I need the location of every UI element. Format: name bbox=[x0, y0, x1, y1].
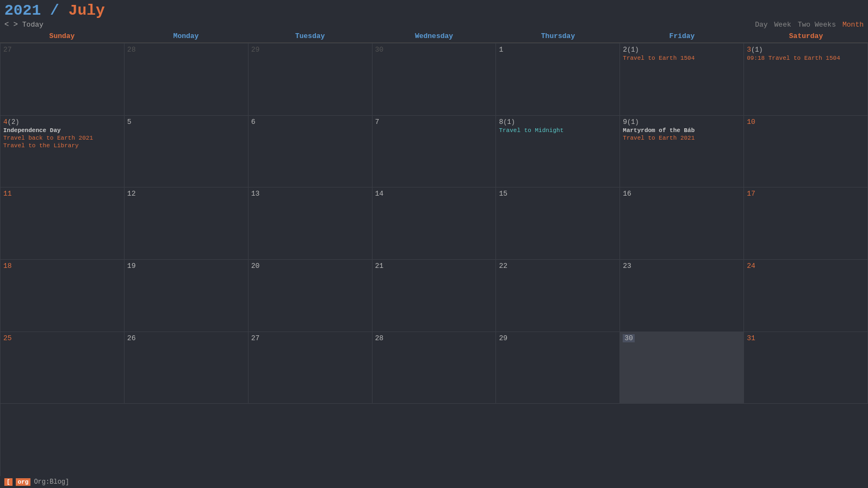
cal-cell-jun28[interactable]: 28 bbox=[125, 43, 249, 116]
day-num: 21 bbox=[375, 262, 384, 270]
view-week[interactable]: Week bbox=[774, 21, 791, 29]
footer-tag: [ bbox=[4, 478, 13, 486]
cal-cell-jul27b[interactable]: 27 bbox=[249, 332, 373, 404]
cal-cell-jul12[interactable]: 12 bbox=[125, 187, 249, 260]
cal-cell-jul15[interactable]: 15 bbox=[496, 187, 620, 260]
day-header-friday: Friday bbox=[620, 30, 744, 42]
day-num: 20 bbox=[251, 262, 260, 270]
day-num: 6 bbox=[251, 118, 256, 126]
day-num: 17 bbox=[747, 190, 755, 198]
day-num: 27 bbox=[251, 334, 260, 342]
cal-cell-jul1[interactable]: 1 bbox=[496, 43, 620, 116]
event-count: (1) bbox=[503, 118, 515, 126]
day-num: 18 bbox=[3, 262, 12, 270]
day-num: 30 bbox=[375, 46, 384, 54]
day-num: 28 bbox=[127, 46, 136, 54]
event-travel-earth-1504-fri[interactable]: Travel to Earth 1504 bbox=[623, 55, 741, 61]
cal-cell-jul10[interactable]: 10 bbox=[744, 116, 868, 188]
day-header-thursday: Thursday bbox=[496, 30, 620, 42]
event-count: (2) bbox=[8, 118, 20, 126]
title-year: 2021 bbox=[4, 2, 41, 19]
event-travel-midnight[interactable]: Travel to Midnight bbox=[499, 127, 617, 134]
cal-cell-jul17[interactable]: 17 bbox=[744, 187, 868, 260]
cal-cell-jul6[interactable]: 6 bbox=[249, 116, 373, 188]
cal-cell-jul8[interactable]: 8 (1) Travel to Midnight bbox=[496, 116, 620, 188]
header: 2021 / July < > Today Day Week Two Weeks… bbox=[0, 0, 868, 30]
footer: [orgOrg:Blog] bbox=[0, 476, 868, 488]
day-num: 13 bbox=[251, 190, 260, 198]
day-num: 1 bbox=[499, 46, 503, 54]
cal-cell-jul20[interactable]: 20 bbox=[249, 260, 373, 332]
event-independence-day[interactable]: Independence Day bbox=[3, 127, 121, 134]
view-buttons: Day Week Two Weeks Month bbox=[755, 21, 864, 29]
day-num: 3 bbox=[747, 46, 751, 54]
day-num: 22 bbox=[499, 262, 507, 270]
cal-cell-jul3[interactable]: 3 (1) 09:18 Travel to Earth 1504 bbox=[744, 43, 868, 116]
day-num: 10 bbox=[747, 118, 755, 126]
event-travel-earth-2021[interactable]: Travel to Earth 2021 bbox=[623, 135, 741, 141]
cal-cell-jun30[interactable]: 30 bbox=[373, 43, 497, 116]
cal-cell-jul11[interactable]: 11 bbox=[1, 187, 125, 260]
calendar-grid: 27 28 29 30 1 2 (1) Travel to Earth 1504… bbox=[0, 43, 868, 476]
cal-cell-jul4[interactable]: 4 (2) Independence Day Travel back to Ea… bbox=[1, 116, 125, 188]
prev-button[interactable]: < bbox=[4, 20, 9, 29]
footer-label: Org:Blog] bbox=[34, 478, 69, 486]
view-month[interactable]: Month bbox=[842, 21, 864, 29]
event-count: (1) bbox=[751, 46, 763, 54]
day-header-tuesday: Tuesday bbox=[248, 30, 372, 42]
day-header-monday: Monday bbox=[124, 30, 248, 42]
day-header-wednesday: Wednesday bbox=[372, 30, 496, 42]
day-num: 28 bbox=[375, 334, 384, 342]
day-num: 12 bbox=[127, 190, 136, 198]
cal-cell-jul16[interactable]: 16 bbox=[620, 187, 744, 260]
today-button[interactable]: Today bbox=[22, 21, 44, 29]
event-travel-back-earth[interactable]: Travel back to Earth 2021 bbox=[3, 135, 121, 141]
day-num: 16 bbox=[623, 190, 631, 198]
day-num: 2 bbox=[623, 46, 627, 54]
cal-cell-jul22[interactable]: 22 bbox=[496, 260, 620, 332]
day-num: 19 bbox=[127, 262, 136, 270]
event-travel-library[interactable]: Travel to the Library bbox=[3, 142, 121, 149]
event-count: (1) bbox=[627, 46, 639, 54]
cal-cell-jul30-today[interactable]: 30 bbox=[620, 332, 744, 404]
cal-cell-jun27[interactable]: 27 bbox=[1, 43, 125, 116]
cal-cell-jun29[interactable]: 29 bbox=[249, 43, 373, 116]
cal-cell-jul29[interactable]: 29 bbox=[496, 332, 620, 404]
day-headers: Sunday Monday Tuesday Wednesday Thursday… bbox=[0, 30, 868, 43]
cal-cell-jul5[interactable]: 5 bbox=[125, 116, 249, 188]
cal-cell-jul23[interactable]: 23 bbox=[620, 260, 744, 332]
event-count: (1) bbox=[627, 118, 639, 126]
day-num: 29 bbox=[499, 334, 507, 342]
day-num: 9 bbox=[623, 118, 627, 126]
view-two-weeks[interactable]: Two Weeks bbox=[798, 21, 836, 29]
cal-cell-jul19[interactable]: 19 bbox=[125, 260, 249, 332]
cal-cell-jul25[interactable]: 25 bbox=[1, 332, 125, 404]
cal-cell-jul31[interactable]: 31 bbox=[744, 332, 868, 404]
cal-cell-jul26[interactable]: 26 bbox=[125, 332, 249, 404]
day-num: 31 bbox=[747, 334, 755, 342]
cal-cell-jul2[interactable]: 2 (1) Travel to Earth 1504 bbox=[620, 43, 744, 116]
day-num: 4 bbox=[3, 118, 8, 126]
day-num: 5 bbox=[127, 118, 132, 126]
day-num: 14 bbox=[375, 190, 384, 198]
event-martyrdom[interactable]: Martyrdom of the Báb bbox=[623, 127, 741, 134]
cal-cell-jul21[interactable]: 21 bbox=[373, 260, 497, 332]
day-num: 29 bbox=[251, 46, 260, 54]
day-header-sunday: Sunday bbox=[0, 30, 124, 42]
day-num: 23 bbox=[623, 262, 631, 270]
page-title: 2021 / July bbox=[4, 2, 105, 19]
day-header-saturday: Saturday bbox=[744, 30, 868, 42]
day-num: 24 bbox=[747, 262, 755, 270]
cal-cell-jul13[interactable]: 13 bbox=[249, 187, 373, 260]
event-travel-earth-1504-sat[interactable]: 09:18 Travel to Earth 1504 bbox=[747, 55, 865, 61]
cal-cell-jul24[interactable]: 24 bbox=[744, 260, 868, 332]
day-num: 11 bbox=[3, 190, 12, 198]
day-num: 26 bbox=[127, 334, 136, 342]
cal-cell-jul7[interactable]: 7 bbox=[373, 116, 497, 188]
cal-cell-jul9[interactable]: 9 (1) Martyrdom of the Báb Travel to Ear… bbox=[620, 116, 744, 188]
cal-cell-jul14[interactable]: 14 bbox=[373, 187, 497, 260]
cal-cell-jul18[interactable]: 18 bbox=[1, 260, 125, 332]
view-day[interactable]: Day bbox=[755, 21, 767, 29]
next-button[interactable]: > bbox=[13, 20, 17, 29]
cal-cell-jul28[interactable]: 28 bbox=[373, 332, 497, 404]
